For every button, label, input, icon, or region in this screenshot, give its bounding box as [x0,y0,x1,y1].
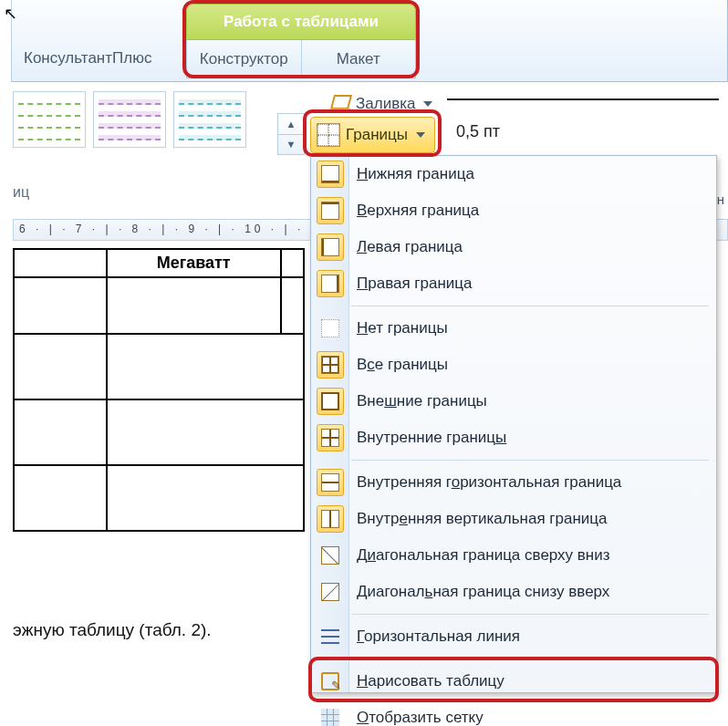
menu-item-label: Внутренняя вертикальная граница [357,510,608,528]
border-innerv-icon [317,505,344,533]
border-right-icon [317,270,344,297]
menu-item-left[interactable]: Левая граница [311,229,716,265]
table-style-swatch[interactable] [93,91,166,148]
menu-item-label: Диагональная граница сверху вниз [357,546,610,565]
border-top-icon [317,197,344,224]
menu-item-inner[interactable]: Внутренние границы [311,420,716,456]
menu-item-innerv[interactable]: Внутренняя вертикальная граница [311,501,716,537]
border-hline-icon [317,623,344,650]
border-diag2-icon [317,578,344,606]
menu-item-label: Правая граница [357,275,473,293]
sample-table[interactable]: Мегаватт [13,248,305,532]
menu-item-right[interactable]: Правая граница [311,265,716,302]
table-tools-tabs: Конструктор Макет [186,40,416,78]
chevron-down-icon [416,132,425,138]
menu-item-label: Нет границы [357,319,448,337]
gallery-up-icon[interactable]: ▲ [278,114,304,134]
menu-item-label: Нижняя граница [357,165,474,183]
borders-split-button[interactable]: Границы [310,117,435,153]
shading-button[interactable]: Заливка [330,91,432,117]
menu-item-label: Внешние границы [357,392,487,410]
border-width-value[interactable]: 0,5 пт [456,122,500,141]
menu-item-draw[interactable]: Нарисовать таблицу [311,663,716,700]
borders-icon [317,123,340,147]
body-text: эжную таблицу (табл. 2). [13,620,212,640]
border-inner-icon [317,424,344,451]
menu-item-outer[interactable]: Внешние границы [311,383,716,420]
gallery-spinner[interactable]: ▲ ▼ [277,113,305,155]
gallery-down-icon[interactable]: ▼ [278,134,304,155]
tab-consultantplus[interactable]: КонсультантПлюс [24,49,151,67]
table-header-cell: Мегаватт [107,249,281,277]
menu-item-label: Внутренние границы [357,429,506,447]
menu-item-none[interactable]: Нет границы [311,310,716,347]
chevron-down-icon [423,101,432,107]
table-tools-group: Работа с таблицами Конструктор Макет [186,4,416,77]
tab-layout[interactable]: Макет [302,40,416,78]
border-preview-line [447,99,719,100]
menu-item-label: Диагональная граница снизу вверх [357,583,609,601]
menu-item-label: Отобразить сетку [357,709,484,726]
border-diag1-icon [317,542,344,569]
table-tools-title: Работа с таблицами [186,4,416,40]
bucket-icon [330,95,350,113]
tab-constructor[interactable]: Конструктор [187,40,302,78]
menu-item-top[interactable]: Верхняя граница [311,192,716,229]
borders-dropdown-menu: Нижняя границаВерхняя границаЛевая грани… [310,155,717,693]
menu-item-label: Левая граница [357,238,463,256]
border-draw-icon [317,668,344,695]
menu-separator [351,659,709,659]
table-style-gallery[interactable] [11,88,303,155]
menu-item-label: Верхняя граница [357,202,479,220]
menu-item-hline[interactable]: Горизонтальная линия [311,618,716,655]
border-outer-icon [317,388,344,415]
document-area[interactable]: Мегаватт [13,248,305,532]
menu-item-label: Все границы [357,356,448,374]
table-style-swatch[interactable] [13,91,86,148]
group-label-styles: иц [13,184,29,201]
shading-label: Заливка [356,95,415,113]
menu-item-diag1[interactable]: Диагональная граница сверху вниз [311,537,716,574]
menu-item-grid[interactable]: Отобразить сетку [311,700,716,726]
border-innerh-icon [317,469,344,496]
borders-label: Границы [346,126,408,144]
menu-separator [351,306,709,306]
menu-item-label: Внутренняя горизонтальная граница [357,473,621,492]
menu-item-bottom[interactable]: Нижняя граница [311,156,716,192]
menu-item-innerh[interactable]: Внутренняя горизонтальная граница [311,464,716,501]
border-grid-icon [317,704,344,726]
border-all-icon [317,351,344,379]
menu-item-label: Нарисовать таблицу [357,672,504,690]
menu-separator [351,614,709,615]
border-left-icon [317,233,344,261]
menu-item-all[interactable]: Все границы [311,347,716,383]
table-style-swatch[interactable] [173,91,246,148]
border-bottom-icon [317,161,344,188]
menu-item-diag2[interactable]: Диагональная граница снизу вверх [311,574,716,610]
border-none-icon [317,315,344,342]
menu-separator [351,460,709,461]
menu-item-label: Горизонтальная линия [357,627,520,646]
